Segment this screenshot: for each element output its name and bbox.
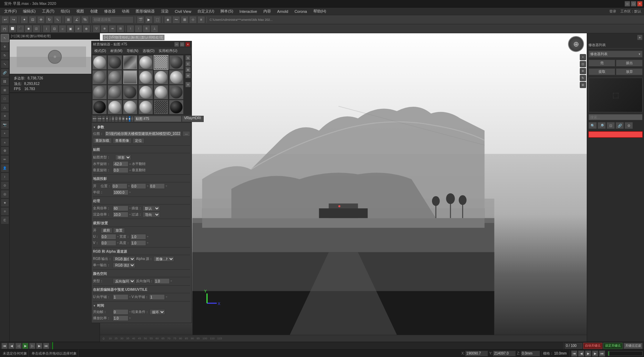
mat-menu-utils[interactable]: 实用程序(U) xyxy=(157,49,179,53)
menu-file[interactable]: 文件(F) xyxy=(1,8,19,15)
menu-help[interactable]: 帮助(H) xyxy=(311,8,329,15)
vp-zoom-btn[interactable]: + xyxy=(580,54,586,60)
vert-rot-input[interactable] xyxy=(113,167,128,173)
mat-thumb-21[interactable] xyxy=(138,100,153,114)
mat-tb-checkout[interactable]: ☒ xyxy=(118,116,121,122)
mat-tb-active[interactable]: ■ xyxy=(128,116,131,122)
tool-mparticles[interactable]: ◎ xyxy=(1,190,9,198)
reload-btn[interactable]: 重新加载 xyxy=(93,138,112,143)
v-tile-input[interactable] xyxy=(149,294,165,300)
mod-zoom-in-icon[interactable]: 🔍 xyxy=(588,122,597,129)
mat-menu-options[interactable]: 选项(O) xyxy=(141,49,156,53)
timeline-cursor[interactable] xyxy=(52,342,53,349)
material-editor-btn[interactable]: ◈ xyxy=(164,16,172,24)
proj-y-input[interactable] xyxy=(130,183,146,189)
x-coord-input[interactable] xyxy=(465,351,488,356)
menu-graph-editor[interactable]: 图形编辑器 xyxy=(133,8,158,15)
mod-link-icon[interactable]: 🔗 xyxy=(616,122,624,129)
vp-zoomext-btn[interactable]: ⊡ xyxy=(580,61,586,67)
menu-group[interactable]: 组(G) xyxy=(58,8,73,15)
maximize-btn[interactable]: □ xyxy=(631,1,636,7)
filter-select[interactable]: 导向 xyxy=(143,212,160,217)
status-back-btn[interactable]: ◀ xyxy=(578,350,584,357)
menu-arnold[interactable]: Arnold xyxy=(274,9,291,14)
bg-btn[interactable]: ▣ xyxy=(67,25,74,33)
map-type-select[interactable]: 球形 xyxy=(115,155,131,160)
minimize-btn[interactable]: ─ xyxy=(625,1,630,7)
tool-geometry[interactable]: □ xyxy=(1,95,9,103)
vp-pan-btn[interactable]: ✛ xyxy=(580,68,586,74)
mat-thumb-12[interactable] xyxy=(92,85,107,99)
login-label[interactable]: 登录 xyxy=(607,9,618,14)
snap-btn[interactable]: ⊞ xyxy=(65,16,72,24)
show-stats-btn[interactable]: i xyxy=(43,25,50,33)
crop-height-input[interactable] xyxy=(130,240,146,246)
spacing-btn[interactable]: ⁝ xyxy=(135,25,142,33)
mat-thumb-13[interactable] xyxy=(108,85,122,99)
mat-tb-inactive[interactable]: □ xyxy=(131,116,134,122)
prev-key-btn[interactable]: ◀ xyxy=(8,343,15,349)
view-image-btn[interactable]: 查看图像 xyxy=(113,138,132,143)
tool-link[interactable]: 🔗 xyxy=(1,69,9,77)
unpin-btn[interactable]: 拔出 xyxy=(616,60,643,67)
mat-thumb-2[interactable] xyxy=(123,55,137,70)
single-out-select[interactable]: RGB 强度 xyxy=(113,262,135,268)
tool-spacewarp[interactable]: ⟁ xyxy=(1,138,9,146)
tool-populate[interactable]: 👤 xyxy=(1,164,9,172)
crop-width-input[interactable] xyxy=(130,234,146,240)
overall-mult-input[interactable] xyxy=(113,206,128,211)
mat-tb-assign[interactable]: ↓ xyxy=(109,116,111,122)
render-btn[interactable]: ▶ xyxy=(145,16,153,24)
menu-render[interactable]: 渲染 xyxy=(158,8,171,15)
layer-btn[interactable]: ≡ xyxy=(197,16,205,24)
u-tile-input[interactable] xyxy=(113,294,128,300)
mat-thumb-1[interactable] xyxy=(108,55,122,70)
mat-thumb-23[interactable] xyxy=(169,100,184,114)
color-swatch[interactable] xyxy=(588,131,643,138)
close-btn[interactable]: ✕ xyxy=(637,1,643,7)
nav-gizmo-mini[interactable]: ⊕ xyxy=(48,50,62,64)
status-prev-btn[interactable]: ⏮ xyxy=(571,350,577,357)
playback-input[interactable] xyxy=(113,315,128,321)
crop-v-input[interactable] xyxy=(101,240,116,246)
start-frame-input[interactable] xyxy=(113,309,128,315)
viewport-layout-btn[interactable]: [+] xyxy=(1,25,8,33)
tool-paint[interactable]: ✏ xyxy=(1,155,9,164)
path-browse-btn[interactable]: ... xyxy=(183,131,190,137)
tool-helper[interactable]: + xyxy=(1,129,9,138)
create-selection-input[interactable] xyxy=(92,16,134,23)
keyfilter-btn[interactable]: 关键点过滤 xyxy=(624,343,643,349)
mat-thumb-0[interactable] xyxy=(92,55,107,70)
menu-content[interactable]: 内容 xyxy=(261,8,274,15)
mod-settings-icon[interactable]: ⚙ xyxy=(625,122,633,129)
place-btn[interactable]: 放置 xyxy=(113,228,125,233)
xref-btn[interactable]: ⊹ xyxy=(189,16,197,24)
status-fwd-btn[interactable]: ▶ xyxy=(592,350,598,357)
smooth-btn[interactable]: ◼ xyxy=(25,25,32,33)
render-mult-input[interactable] xyxy=(113,212,128,217)
setkey-btn[interactable]: 设定关键点 xyxy=(603,343,622,349)
goto-end-btn[interactable]: ⏭ xyxy=(43,343,49,349)
mat-side-btn-5[interactable]: ≡ xyxy=(185,82,191,87)
modifier-dropdown[interactable]: 修改器列表 ▼ xyxy=(588,51,643,58)
clone-btn[interactable]: ⎘ xyxy=(143,25,150,33)
end-cond-select[interactable]: 循环 xyxy=(150,309,165,315)
mat-side-btn-1[interactable]: S xyxy=(185,55,191,61)
pivot-btn[interactable]: ⊛ xyxy=(101,25,108,33)
tool-bind[interactable]: ⊞ xyxy=(1,86,9,94)
tool-rotate[interactable]: ↻ xyxy=(1,51,9,60)
next-key-btn[interactable]: ▶ xyxy=(36,343,42,349)
mat-thumb-17[interactable] xyxy=(169,85,184,99)
redo-btn[interactable]: ↪ xyxy=(10,16,17,24)
mat-thumb-15[interactable] xyxy=(138,85,153,99)
mat-tb-import[interactable]: ◈ xyxy=(125,116,128,122)
tool-light[interactable]: ☀ xyxy=(1,112,9,120)
status-end-btn[interactable]: ⏭ xyxy=(599,350,605,357)
tool-unlink[interactable]: ⛓ xyxy=(1,77,9,86)
locate-btn[interactable]: 定位 xyxy=(133,138,144,143)
modifier-search-input[interactable] xyxy=(588,114,643,120)
goto-start-btn[interactable]: ⏮ xyxy=(1,343,8,349)
move-btn[interactable]: ✛ xyxy=(37,16,45,24)
file-path-input[interactable] xyxy=(105,131,181,137)
alpha-src-select[interactable]: 图像…ha xyxy=(153,256,174,262)
